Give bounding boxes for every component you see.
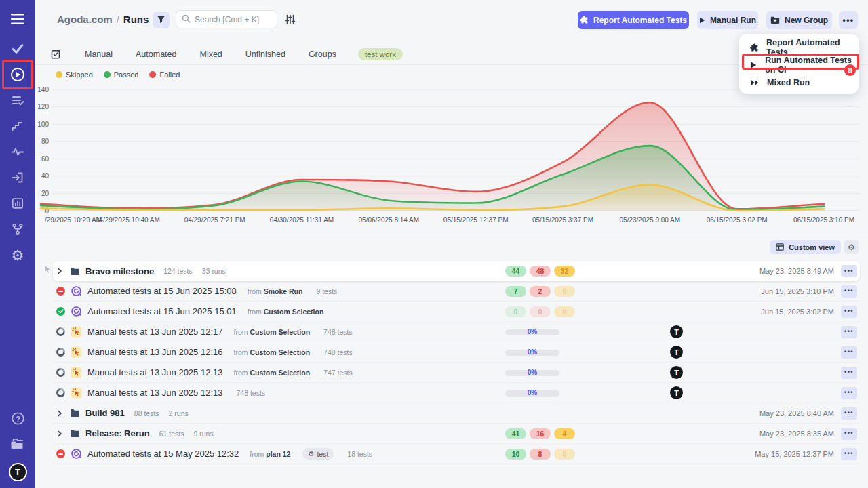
table-row[interactable]: Automated tests at 15 May 2025 12:32from… xyxy=(53,444,860,464)
menu-item-report-automated-tests[interactable]: Report Automated Tests xyxy=(745,40,853,55)
run-title[interactable]: Manual tests at 13 Jun 2025 12:13 xyxy=(87,367,222,378)
table-row[interactable]: Manual tests at 13 Jun 2025 12:16from Cu… xyxy=(53,342,860,363)
branch-fork-icon[interactable] xyxy=(0,216,35,243)
chevron-right-icon[interactable] xyxy=(56,430,64,437)
legend-item-passed[interactable]: Passed xyxy=(104,70,139,79)
table-row[interactable]: Bravo milestone124 tests33 runs444832May… xyxy=(53,261,860,281)
table-row[interactable]: Release: Rerun61 tests9 runs41164May 23,… xyxy=(53,424,860,444)
breadcrumb-project[interactable]: Agoda.com xyxy=(57,14,113,25)
run-title[interactable]: Automated tests at 15 Jun 2025 15:08 xyxy=(87,286,237,296)
tab-groups[interactable]: Groups xyxy=(309,49,336,59)
sliders-icon[interactable] xyxy=(283,14,297,27)
new-group-label: New Group xyxy=(785,16,828,25)
play-icon xyxy=(699,17,705,24)
run-source: from Custom Selection xyxy=(248,308,324,316)
tag-test-work[interactable]: test work xyxy=(358,48,403,60)
pending-status-icon xyxy=(56,348,65,357)
group-title[interactable]: Bravo milestone xyxy=(85,266,154,277)
table-row[interactable]: Manual tests at 13 Jun 2025 12:13748 tes… xyxy=(53,383,860,403)
run-source: from Custom Selection xyxy=(233,369,310,377)
assignee-avatar[interactable]: T xyxy=(670,386,683,399)
table-view-icon xyxy=(776,243,784,251)
select-runs-icon[interactable] xyxy=(51,49,62,60)
chevron-right-icon[interactable] xyxy=(56,410,64,417)
svg-text:60: 60 xyxy=(41,155,50,163)
tasks-check-icon[interactable] xyxy=(0,35,35,62)
play-icon xyxy=(750,62,757,68)
menu-item-run-automated-tests-on-ci[interactable]: Run Automated Tests on CI xyxy=(745,58,853,73)
row-more-button[interactable]: ••• xyxy=(841,306,857,318)
legend-item-failed[interactable]: Failed xyxy=(149,70,180,79)
tab-manual[interactable]: Manual xyxy=(85,49,113,59)
test-tag[interactable]: ⚙test xyxy=(302,448,334,460)
menu-item-label: Mixed Run xyxy=(767,78,810,87)
manual-run-icon xyxy=(71,387,82,399)
badge-yellow: 32 xyxy=(554,266,575,277)
row-more-button[interactable]: ••• xyxy=(841,448,857,460)
group-meta: 61 tests xyxy=(159,430,184,438)
activity-pulse-icon[interactable] xyxy=(0,138,35,165)
new-group-button[interactable]: New Group xyxy=(766,11,832,29)
assignee-avatar[interactable]: T xyxy=(670,325,683,338)
menu-item-mixed-run[interactable]: Mixed Run xyxy=(745,75,853,90)
run-title[interactable]: Automated tests at 15 Jun 2025 15:01 xyxy=(87,306,237,317)
svg-text:06/15/2025 3:10 PM: 06/15/2025 3:10 PM xyxy=(793,216,854,224)
table-row[interactable]: Manual tests at 13 Jun 2025 12:13from Cu… xyxy=(53,363,860,383)
menu-item-label: Report Automated Tests xyxy=(766,38,853,57)
test-plans-icon[interactable] xyxy=(0,87,35,114)
row-more-button[interactable]: ••• xyxy=(841,326,857,338)
table-row[interactable]: Build 98188 tests2 runsMay 23, 2025 8:40… xyxy=(53,403,860,424)
search-input[interactable] xyxy=(195,15,269,24)
run-title[interactable]: Manual tests at 13 Jun 2025 12:16 xyxy=(87,347,222,357)
run-title[interactable]: Manual tests at 13 Jun 2025 12:13 xyxy=(87,388,222,398)
tab-mixed[interactable]: Mixed xyxy=(199,49,222,59)
view-settings-gear-icon[interactable]: ⚙ xyxy=(844,240,859,254)
manual-run-icon xyxy=(71,326,82,338)
gear-icon: ⚙ xyxy=(308,450,314,458)
projects-folder-icon[interactable] xyxy=(0,430,35,458)
row-more-button[interactable]: ••• xyxy=(841,285,857,298)
table-row[interactable]: Automated tests at 15 Jun 2025 15:01from… xyxy=(53,302,860,322)
ellipsis-icon: ••• xyxy=(844,268,854,274)
progress-bar: 0% xyxy=(505,369,559,377)
runs-play-icon[interactable] xyxy=(0,61,35,88)
tab-automated[interactable]: Automated xyxy=(136,49,176,59)
more-actions-button[interactable]: ••• xyxy=(839,11,858,29)
search-box[interactable] xyxy=(176,10,277,28)
manual-run-button[interactable]: Manual Run xyxy=(697,11,758,29)
badge-yellow: 0 xyxy=(554,306,575,317)
run-title[interactable]: Automated tests at 15 May 2025 12:32 xyxy=(87,449,239,459)
row-more-button[interactable]: ••• xyxy=(841,428,857,440)
failed-status-icon xyxy=(56,287,65,296)
assignee-avatar[interactable]: T xyxy=(670,366,683,379)
custom-view-button[interactable]: Custom view xyxy=(770,240,841,254)
help-icon[interactable]: ? xyxy=(0,405,35,432)
table-row[interactable]: Automated tests at 15 Jun 2025 15:08from… xyxy=(53,281,860,302)
report-automated-tests-button[interactable]: Report Automated Tests xyxy=(578,11,689,29)
row-more-button[interactable]: ••• xyxy=(841,407,857,420)
row-more-button[interactable]: ••• xyxy=(841,346,857,359)
milestones-steps-icon[interactable] xyxy=(0,113,35,140)
group-title[interactable]: Release: Rerun xyxy=(85,428,150,439)
tests-count: 747 tests xyxy=(323,369,353,377)
reports-chart-icon[interactable] xyxy=(0,190,35,217)
svg-text:05/06/2025 8:14 AM: 05/06/2025 8:14 AM xyxy=(359,216,420,224)
settings-gear-icon[interactable]: ⚙ xyxy=(0,241,35,268)
legend-item-skipped[interactable]: Skipped xyxy=(56,70,93,79)
row-more-button[interactable]: ••• xyxy=(841,367,857,379)
group-title[interactable]: Build 981 xyxy=(85,408,125,418)
run-title[interactable]: Manual tests at 13 Jun 2025 12:17 xyxy=(87,327,222,337)
filter-button[interactable] xyxy=(153,12,170,28)
chart-legend: SkippedPassedFailed xyxy=(56,70,180,79)
row-more-button[interactable]: ••• xyxy=(841,387,857,399)
assignee-avatar[interactable]: T xyxy=(670,346,683,359)
menu-icon[interactable] xyxy=(0,5,35,33)
legend-dot xyxy=(56,71,62,78)
row-more-button[interactable]: ••• xyxy=(841,265,857,277)
import-icon[interactable] xyxy=(0,164,35,191)
tab-unfinished[interactable]: Unfinished xyxy=(245,49,285,59)
profile-avatar[interactable]: T xyxy=(0,458,35,485)
badge-red: 8 xyxy=(530,449,551,460)
table-row[interactable]: Manual tests at 13 Jun 2025 12:17from Cu… xyxy=(53,322,860,342)
chevron-right-icon[interactable] xyxy=(56,268,64,274)
